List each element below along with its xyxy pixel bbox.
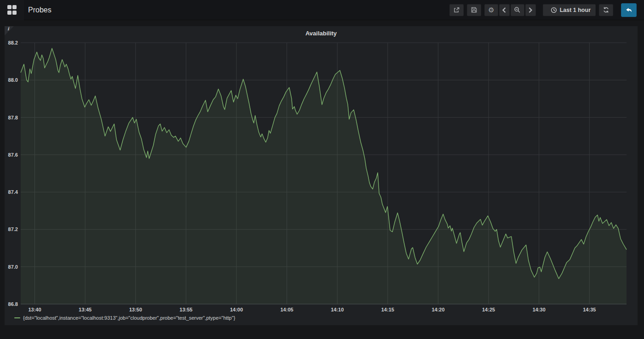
zoom-out-icon <box>514 6 521 13</box>
time-shift-forward-button[interactable] <box>525 4 536 16</box>
gear-icon: ⚙ <box>488 6 494 13</box>
svg-text:14:10: 14:10 <box>331 307 344 312</box>
svg-text:88.0: 88.0 <box>8 77 18 83</box>
series-color-swatch-icon <box>14 317 20 319</box>
refresh-button[interactable] <box>599 4 613 16</box>
svg-text:86.8: 86.8 <box>8 301 18 307</box>
svg-text:87.6: 87.6 <box>8 152 18 158</box>
svg-text:87.0: 87.0 <box>8 264 18 270</box>
chevron-right-icon <box>528 7 533 13</box>
back-to-dashboard-button[interactable] <box>621 3 637 17</box>
navbar-left: Probes <box>0 0 52 20</box>
svg-text:88.2: 88.2 <box>8 40 18 45</box>
svg-text:14:30: 14:30 <box>533 307 546 312</box>
navbar-toolbar: ⚙ <box>446 3 637 17</box>
navbar: Probes ⚙ <box>0 0 644 20</box>
svg-text:87.8: 87.8 <box>8 115 18 120</box>
share-icon <box>453 6 460 13</box>
panel-availability: i Availability 13:4013:4513:5013:5514:00… <box>5 26 638 325</box>
zoom-out-button[interactable] <box>511 4 524 16</box>
svg-text:14:00: 14:00 <box>230 307 243 312</box>
svg-text:13:40: 13:40 <box>28 307 41 312</box>
svg-text:87.2: 87.2 <box>8 226 18 232</box>
settings-button[interactable]: ⚙ <box>484 4 498 16</box>
svg-text:13:45: 13:45 <box>79 307 92 312</box>
timepicker-label: Last 1 hour <box>560 7 591 13</box>
series-area-fill <box>21 48 627 304</box>
save-button[interactable] <box>467 4 481 16</box>
svg-text:13:55: 13:55 <box>179 307 192 312</box>
timepicker-button[interactable]: Last 1 hour <box>543 4 596 16</box>
refresh-icon <box>603 6 610 13</box>
series-label: {dst="localhost",instance="localhost:931… <box>23 315 235 321</box>
grid-logo-icon <box>7 5 17 15</box>
svg-text:14:35: 14:35 <box>583 307 596 312</box>
svg-text:13:50: 13:50 <box>129 307 142 312</box>
legend-item[interactable]: {dst="localhost",instance="localhost:931… <box>14 315 235 321</box>
back-arrow-icon <box>625 6 633 14</box>
share-button[interactable] <box>449 4 464 16</box>
save-icon <box>471 6 477 13</box>
svg-text:87.4: 87.4 <box>8 189 18 195</box>
clock-icon <box>551 7 557 13</box>
availability-chart-plot[interactable]: 13:4013:4513:5013:5514:0014:0514:1014:15… <box>5 26 638 325</box>
svg-text:14:20: 14:20 <box>431 307 444 312</box>
svg-text:14:05: 14:05 <box>281 307 293 312</box>
chevron-left-icon <box>501 7 507 13</box>
time-shift-back-button[interactable] <box>499 4 510 16</box>
grafana-logo-icon[interactable] <box>0 0 24 20</box>
svg-text:14:25: 14:25 <box>482 307 495 312</box>
dashboard-title[interactable]: Probes <box>28 6 52 14</box>
svg-text:14:15: 14:15 <box>381 307 394 312</box>
